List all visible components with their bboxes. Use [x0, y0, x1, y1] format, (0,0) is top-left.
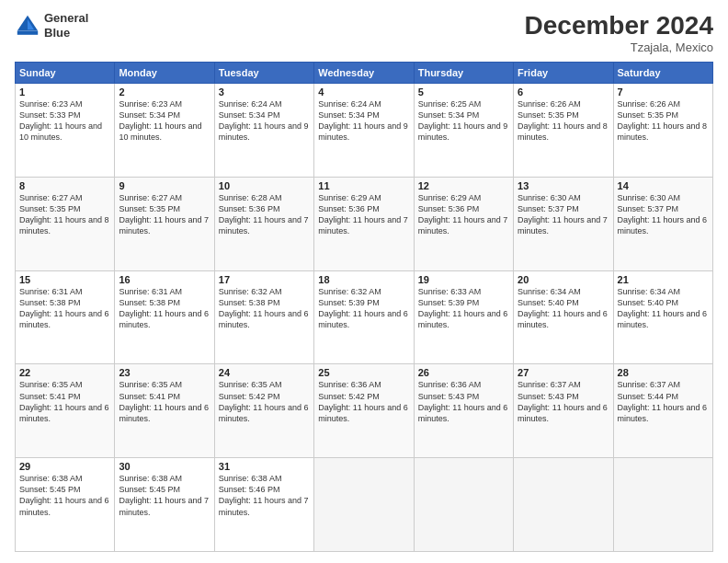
day-detail: Sunrise: 6:34 AM Sunset: 5:40 PM Dayligh… [618, 286, 709, 331]
day-number: 10 [219, 180, 310, 191]
calendar-cell: 23Sunrise: 6:35 AM Sunset: 5:41 PM Dayli… [115, 364, 214, 458]
calendar-cell: 25Sunrise: 6:36 AM Sunset: 5:42 PM Dayli… [314, 364, 414, 458]
header-sunday: Sunday [16, 63, 115, 84]
calendar-week-row: 1Sunrise: 6:23 AM Sunset: 5:33 PM Daylig… [16, 84, 713, 178]
calendar-week-row: 29Sunrise: 6:38 AM Sunset: 5:45 PM Dayli… [16, 458, 713, 552]
calendar-cell: 22Sunrise: 6:35 AM Sunset: 5:41 PM Dayli… [16, 364, 115, 458]
day-number: 7 [618, 86, 709, 98]
day-number: 29 [19, 461, 110, 472]
day-number: 5 [418, 86, 509, 98]
calendar-cell: 15Sunrise: 6:31 AM Sunset: 5:38 PM Dayli… [16, 270, 115, 364]
header-friday: Friday [514, 63, 613, 84]
calendar-cell: 19Sunrise: 6:33 AM Sunset: 5:39 PM Dayli… [414, 270, 513, 364]
calendar-cell: 9Sunrise: 6:27 AM Sunset: 5:35 PM Daylig… [115, 177, 214, 270]
day-number: 16 [119, 274, 210, 285]
day-number: 15 [19, 274, 110, 285]
calendar-cell: 28Sunrise: 6:37 AM Sunset: 5:44 PM Dayli… [613, 364, 712, 458]
day-detail: Sunrise: 6:37 AM Sunset: 5:43 PM Dayligh… [518, 379, 609, 424]
calendar-cell: 4Sunrise: 6:24 AM Sunset: 5:34 PM Daylig… [314, 84, 414, 178]
day-number: 2 [119, 86, 210, 98]
day-detail: Sunrise: 6:38 AM Sunset: 5:45 PM Dayligh… [19, 473, 110, 518]
calendar-cell: 13Sunrise: 6:30 AM Sunset: 5:37 PM Dayli… [514, 177, 613, 270]
day-detail: Sunrise: 6:37 AM Sunset: 5:44 PM Dayligh… [618, 379, 709, 424]
day-number: 11 [318, 180, 409, 191]
day-number: 9 [119, 180, 210, 191]
location: Tzajala, Mexico [525, 40, 713, 54]
day-detail: Sunrise: 6:30 AM Sunset: 5:37 PM Dayligh… [618, 192, 709, 237]
header-tuesday: Tuesday [214, 63, 313, 84]
page: General Blue December 2024 Tzajala, Mexi… [0, 0, 728, 563]
calendar-cell: 29Sunrise: 6:38 AM Sunset: 5:45 PM Dayli… [16, 458, 115, 552]
day-detail: Sunrise: 6:23 AM Sunset: 5:33 PM Dayligh… [19, 98, 110, 144]
day-number: 25 [318, 367, 409, 378]
calendar-cell: 1Sunrise: 6:23 AM Sunset: 5:33 PM Daylig… [16, 84, 115, 178]
day-number: 31 [219, 461, 310, 472]
day-number: 17 [219, 274, 310, 285]
day-detail: Sunrise: 6:24 AM Sunset: 5:34 PM Dayligh… [318, 98, 409, 144]
calendar-week-row: 15Sunrise: 6:31 AM Sunset: 5:38 PM Dayli… [16, 270, 713, 364]
calendar-cell: 7Sunrise: 6:26 AM Sunset: 5:35 PM Daylig… [613, 84, 712, 178]
day-detail: Sunrise: 6:32 AM Sunset: 5:39 PM Dayligh… [318, 286, 409, 331]
day-number: 18 [318, 274, 409, 285]
calendar-cell [514, 458, 613, 552]
header-monday: Monday [115, 63, 214, 84]
day-number: 8 [19, 180, 110, 191]
logo-line1: General [44, 11, 88, 26]
calendar-cell: 5Sunrise: 6:25 AM Sunset: 5:34 PM Daylig… [414, 84, 513, 178]
calendar-cell: 16Sunrise: 6:31 AM Sunset: 5:38 PM Dayli… [115, 270, 214, 364]
day-number: 23 [119, 367, 210, 378]
day-number: 24 [219, 367, 310, 378]
day-number: 6 [518, 86, 609, 98]
calendar-cell: 26Sunrise: 6:36 AM Sunset: 5:43 PM Dayli… [414, 364, 513, 458]
calendar-cell: 24Sunrise: 6:35 AM Sunset: 5:42 PM Dayli… [214, 364, 313, 458]
title-block: December 2024 Tzajala, Mexico [525, 11, 713, 54]
svg-rect-2 [17, 30, 38, 34]
day-detail: Sunrise: 6:35 AM Sunset: 5:41 PM Dayligh… [119, 379, 210, 424]
calendar-cell: 10Sunrise: 6:28 AM Sunset: 5:36 PM Dayli… [214, 177, 313, 270]
day-number: 13 [518, 180, 609, 191]
calendar-table: Sunday Monday Tuesday Wednesday Thursday… [15, 62, 713, 552]
calendar-cell: 30Sunrise: 6:38 AM Sunset: 5:45 PM Dayli… [115, 458, 214, 552]
day-number: 21 [618, 274, 709, 285]
day-detail: Sunrise: 6:35 AM Sunset: 5:42 PM Dayligh… [219, 379, 310, 424]
day-number: 4 [318, 86, 409, 98]
day-detail: Sunrise: 6:27 AM Sunset: 5:35 PM Dayligh… [19, 192, 110, 237]
day-detail: Sunrise: 6:25 AM Sunset: 5:34 PM Dayligh… [418, 98, 509, 144]
day-number: 14 [618, 180, 709, 191]
day-detail: Sunrise: 6:26 AM Sunset: 5:35 PM Dayligh… [518, 98, 609, 144]
day-number: 26 [418, 367, 509, 378]
logo-text: General Blue [44, 11, 88, 40]
calendar-body: 1Sunrise: 6:23 AM Sunset: 5:33 PM Daylig… [16, 84, 713, 552]
calendar-cell: 18Sunrise: 6:32 AM Sunset: 5:39 PM Dayli… [314, 270, 414, 364]
day-detail: Sunrise: 6:29 AM Sunset: 5:36 PM Dayligh… [318, 192, 409, 237]
day-number: 28 [618, 367, 709, 378]
day-detail: Sunrise: 6:31 AM Sunset: 5:38 PM Dayligh… [19, 286, 110, 331]
logo-icon [15, 13, 40, 39]
day-detail: Sunrise: 6:36 AM Sunset: 5:42 PM Dayligh… [318, 379, 409, 424]
day-number: 20 [518, 274, 609, 285]
logo-line2: Blue [44, 26, 88, 40]
day-number: 3 [219, 86, 310, 98]
calendar-cell: 31Sunrise: 6:38 AM Sunset: 5:46 PM Dayli… [214, 458, 313, 552]
day-detail: Sunrise: 6:26 AM Sunset: 5:35 PM Dayligh… [618, 98, 709, 144]
day-number: 1 [19, 86, 110, 98]
logo: General Blue [15, 11, 88, 40]
calendar-cell: 21Sunrise: 6:34 AM Sunset: 5:40 PM Dayli… [613, 270, 712, 364]
calendar-cell: 20Sunrise: 6:34 AM Sunset: 5:40 PM Dayli… [514, 270, 613, 364]
day-detail: Sunrise: 6:24 AM Sunset: 5:34 PM Dayligh… [219, 98, 310, 144]
calendar-cell: 8Sunrise: 6:27 AM Sunset: 5:35 PM Daylig… [16, 177, 115, 270]
calendar-cell: 12Sunrise: 6:29 AM Sunset: 5:36 PM Dayli… [414, 177, 513, 270]
calendar-week-row: 22Sunrise: 6:35 AM Sunset: 5:41 PM Dayli… [16, 364, 713, 458]
calendar-cell: 14Sunrise: 6:30 AM Sunset: 5:37 PM Dayli… [613, 177, 712, 270]
day-detail: Sunrise: 6:38 AM Sunset: 5:45 PM Dayligh… [119, 473, 210, 518]
header: General Blue December 2024 Tzajala, Mexi… [15, 11, 713, 54]
header-thursday: Thursday [414, 63, 513, 84]
day-number: 30 [119, 461, 210, 472]
calendar-cell [314, 458, 414, 552]
calendar-cell: 17Sunrise: 6:32 AM Sunset: 5:38 PM Dayli… [214, 270, 313, 364]
calendar-cell: 11Sunrise: 6:29 AM Sunset: 5:36 PM Dayli… [314, 177, 414, 270]
day-number: 27 [518, 367, 609, 378]
day-detail: Sunrise: 6:27 AM Sunset: 5:35 PM Dayligh… [119, 192, 210, 237]
day-detail: Sunrise: 6:32 AM Sunset: 5:38 PM Dayligh… [219, 286, 310, 331]
day-detail: Sunrise: 6:29 AM Sunset: 5:36 PM Dayligh… [418, 192, 509, 237]
